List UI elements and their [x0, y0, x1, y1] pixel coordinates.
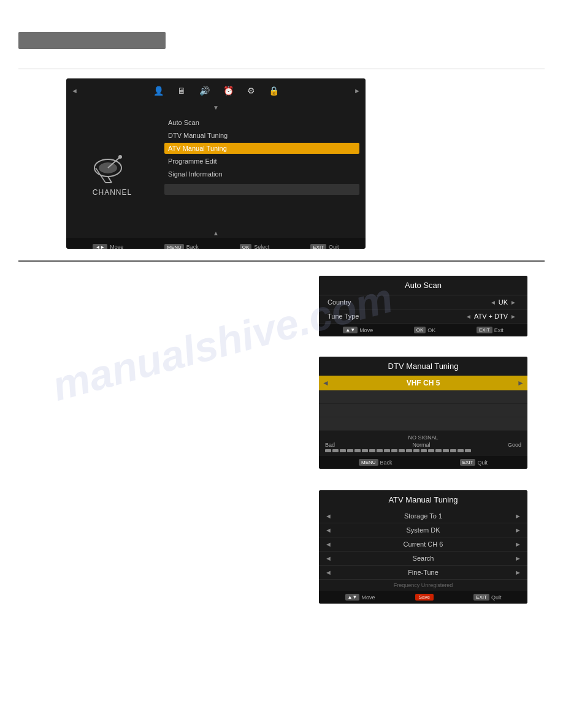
dtv-channel-arrow-right[interactable]: ►: [517, 379, 524, 387]
dtv-empty-row-1: [319, 390, 527, 404]
dtv-back-label: Back: [380, 460, 393, 466]
dtv-signal-good: Good: [508, 442, 521, 448]
nav-icon-person[interactable]: 👤: [153, 86, 164, 96]
atv-save-key[interactable]: Save: [415, 594, 434, 601]
atv-system-arrow-left[interactable]: ◄: [325, 526, 332, 534]
tv-bottom-label-quit: Quit: [329, 244, 339, 249]
dtv-footer-back: MENU Back: [359, 459, 393, 466]
atv-finetune-arrow-left[interactable]: ◄: [325, 569, 332, 576]
tv-bottom-label-back: Back: [186, 244, 199, 249]
nav-icon-settings[interactable]: ⚙: [247, 86, 255, 96]
dtv-quit-key: EXIT: [460, 459, 476, 466]
tv-bottom-bar: ◄► Move MENU Back OK Select EXIT Quit: [66, 238, 366, 249]
tv-bottom-key-quit: EXIT: [310, 244, 326, 249]
expand-up-arrow: ▲: [66, 229, 366, 238]
dtv-dot-13: [413, 449, 419, 452]
dtv-footer: MENU Back EXIT Quit: [319, 456, 527, 469]
dtv-signal-normal: Normal: [412, 442, 430, 448]
atv-row-storage: ◄ Storage To 1 ►: [319, 509, 527, 523]
channel-label: CHANNEL: [93, 188, 132, 197]
watermark: manualshive.com: [47, 298, 308, 409]
menu-item-dtv[interactable]: DTV Manual Tuning: [164, 130, 359, 141]
atv-freq-note: Frequency Unregistered: [319, 580, 527, 591]
nav-icon-display[interactable]: 🖥: [177, 86, 186, 96]
dtv-dot-20: [465, 449, 471, 452]
dtv-footer-quit: EXIT Quit: [460, 459, 488, 466]
atv-quit-label: Quit: [491, 594, 502, 601]
menu-item-signal-info[interactable]: Signal Information: [164, 169, 359, 180]
atv-currentch-label: Current CH 6: [337, 540, 510, 548]
menu-item-programme-edit[interactable]: Programme Edit: [164, 156, 359, 167]
auto-scan-country-row: Country ◄ UK ►: [319, 295, 527, 309]
dtv-dot-1: [325, 449, 331, 452]
atv-row-finetune: ◄ Fine-Tune ►: [319, 566, 527, 580]
dtv-empty-row-2: [319, 404, 527, 417]
auto-scan-footer: ▲▼ Move OK OK EXIT Exit: [319, 324, 527, 336]
dtv-signal-status: NO SIGNAL: [325, 434, 521, 441]
atv-search-arrow-left[interactable]: ◄: [325, 555, 332, 562]
dtv-dot-6: [362, 449, 368, 452]
tv-bottom-label-move: Move: [110, 244, 123, 249]
dtv-dot-3: [340, 449, 346, 452]
atv-search-arrow-right[interactable]: ►: [515, 555, 521, 562]
dtv-dot-9: [384, 449, 390, 452]
auto-scan-move-label: Move: [359, 327, 373, 333]
tv-menu: Auto Scan DTV Manual Tuning ATV Manual T…: [158, 112, 366, 229]
nav-icon-timer[interactable]: ⏰: [223, 86, 234, 96]
tv-bottom-quit: EXIT Quit: [310, 244, 339, 249]
auto-scan-tunetype-arrow-right[interactable]: ►: [510, 313, 516, 320]
atv-finetune-arrow-right[interactable]: ►: [515, 569, 521, 576]
tv-bottom-key-select: OK: [240, 244, 252, 249]
tv-bottom-back: MENU Back: [164, 244, 199, 249]
dtv-channel-arrow-left[interactable]: ◄: [322, 379, 329, 387]
dtv-back-key: MENU: [359, 459, 378, 466]
atv-footer-save: Save: [415, 594, 434, 601]
dtv-dot-8: [377, 449, 383, 452]
atv-move-label: Move: [361, 594, 375, 601]
auto-scan-tunetype-label: Tune Type: [327, 313, 463, 320]
tv-bottom-label-select: Select: [254, 244, 269, 249]
tv-bottom-move: ◄► Move: [93, 244, 123, 249]
dtv-dot-2: [332, 449, 339, 452]
atv-storage-arrow-right[interactable]: ►: [515, 512, 521, 520]
atv-footer: ▲▼ Move Save EXIT Quit: [319, 591, 527, 604]
dtv-dot-10: [391, 449, 397, 452]
auto-scan-country-arrow-right[interactable]: ►: [510, 299, 516, 306]
auto-scan-footer-move: ▲▼ Move: [343, 327, 373, 333]
dtv-dot-14: [421, 449, 427, 452]
atv-storage-arrow-left[interactable]: ◄: [325, 512, 332, 520]
menu-item-atv[interactable]: ATV Manual Tuning: [164, 143, 359, 154]
nav-icon-sound[interactable]: 🔊: [199, 86, 210, 96]
auto-scan-country-value: UK: [499, 298, 508, 306]
dtv-dot-4: [347, 449, 353, 452]
atv-system-arrow-right[interactable]: ►: [515, 526, 521, 534]
dtv-panel: DTV Manual Tuning ◄ VHF CH 5 ► NO SIGNAL…: [319, 357, 527, 469]
dtv-dot-18: [450, 449, 456, 452]
dtv-signal-row-labels: Bad Normal Good: [325, 442, 521, 448]
dtv-dot-5: [354, 449, 361, 452]
tv-bottom-key-back: MENU: [164, 244, 184, 249]
auto-scan-move-key: ▲▼: [343, 327, 358, 333]
tv-content-area: CHANNEL Auto Scan DTV Manual Tuning ATV …: [66, 112, 366, 229]
atv-currentch-arrow-left[interactable]: ◄: [325, 540, 332, 548]
atv-currentch-arrow-right[interactable]: ►: [515, 540, 521, 548]
tv-bottom-select: OK Select: [240, 244, 270, 249]
nav-icon-lock[interactable]: 🔒: [269, 86, 279, 96]
tv-nav-bar: ◄ 👤 🖥 🔊 ⏰ ⚙ 🔒 ►: [66, 78, 366, 103]
dtv-dot-15: [428, 449, 434, 452]
auto-scan-tunetype-row: Tune Type ◄ ATV + DTV ►: [319, 309, 527, 324]
atv-row-currentch: ◄ Current CH 6 ►: [319, 537, 527, 552]
auto-scan-ok-label: OK: [427, 327, 435, 333]
expand-down-arrow: ▼: [66, 103, 366, 112]
nav-arrow-left[interactable]: ◄: [71, 87, 78, 94]
atv-system-label: System DK: [337, 526, 510, 534]
dtv-dot-16: [435, 449, 442, 452]
nav-arrow-right[interactable]: ►: [354, 87, 361, 94]
atv-finetune-label: Fine-Tune: [337, 569, 510, 576]
auto-scan-tunetype-arrow-left[interactable]: ◄: [465, 313, 472, 320]
auto-scan-country-arrow-left[interactable]: ◄: [490, 299, 496, 306]
menu-item-auto-scan[interactable]: Auto Scan: [164, 117, 359, 128]
dtv-signal-area: NO SIGNAL Bad Normal Good: [319, 431, 527, 456]
svg-line-4: [108, 176, 112, 183]
auto-scan-tunetype-value: ATV + DTV: [474, 313, 508, 320]
